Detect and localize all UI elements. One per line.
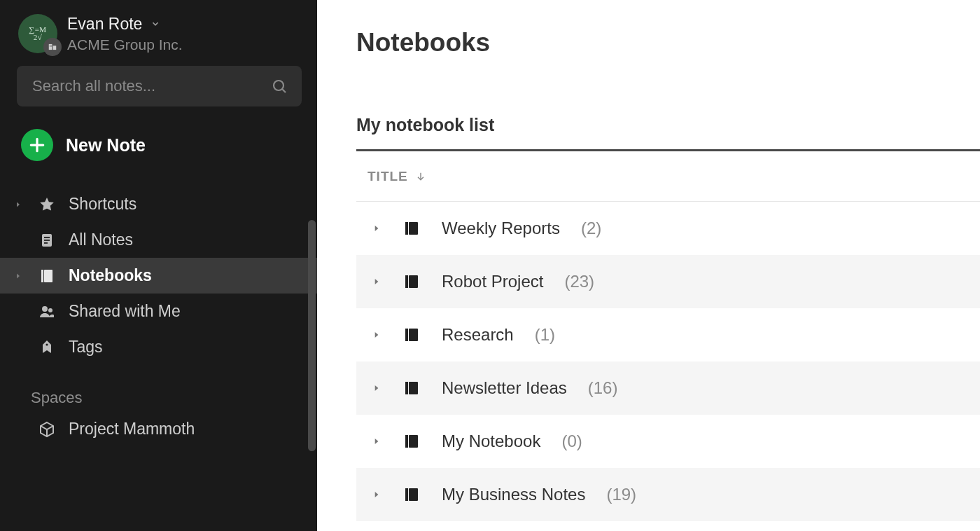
svg-rect-20 xyxy=(409,435,418,448)
column-header-label: TITLE xyxy=(368,169,408,184)
org-name: ACME Group Inc. xyxy=(67,36,183,53)
caret-right-icon[interactable] xyxy=(372,383,382,393)
notebook-count: (2) xyxy=(581,219,601,238)
chevron-down-icon[interactable] xyxy=(150,19,160,29)
svg-rect-11 xyxy=(405,222,408,235)
sidebar: ∑=M2√ Evan Rote ACME Group Inc. xyxy=(0,0,317,531)
notebook-name: Robot Project xyxy=(442,272,543,291)
svg-rect-12 xyxy=(409,222,418,235)
search-icon[interactable] xyxy=(271,78,288,95)
sidebar-item-label: All Notes xyxy=(69,230,133,249)
svg-rect-21 xyxy=(405,488,408,501)
avatar[interactable]: ∑=M2√ xyxy=(18,14,57,53)
spaces-heading: Spaces xyxy=(0,365,317,411)
svg-rect-15 xyxy=(405,329,408,341)
svg-rect-18 xyxy=(409,382,418,394)
svg-rect-0 xyxy=(49,44,52,50)
svg-rect-22 xyxy=(409,488,418,501)
notebook-name: Weekly Reports xyxy=(442,219,560,238)
notebook-row[interactable]: Weekly Reports(2) xyxy=(356,202,980,255)
sidebar-item-label: Tags xyxy=(69,338,103,357)
sidebar-item-label: Shared with Me xyxy=(69,302,181,321)
caret-right-icon xyxy=(11,200,25,209)
list-heading: My notebook list xyxy=(356,115,980,149)
notebook-count: (16) xyxy=(588,378,618,398)
main: Notebooks My notebook list TITLE Weekly … xyxy=(317,0,980,531)
notebook-row[interactable]: Research(1) xyxy=(356,308,980,361)
svg-rect-16 xyxy=(409,329,418,341)
notebook-icon xyxy=(402,433,421,450)
sidebar-item-tags[interactable]: Tags xyxy=(0,329,317,365)
nav: ShortcutsAll NotesNotebooksShared with M… xyxy=(0,175,317,365)
sidebar-item-shared-with-me[interactable]: Shared with Me xyxy=(0,294,317,329)
caret-right-icon[interactable] xyxy=(372,436,382,446)
notebook-count: (19) xyxy=(606,485,636,504)
notebook-count: (0) xyxy=(561,432,582,451)
search-box xyxy=(17,66,302,106)
notebook-icon xyxy=(402,486,421,503)
new-note-label: New Note xyxy=(66,135,146,156)
svg-rect-4 xyxy=(50,46,50,47)
caret-right-icon[interactable] xyxy=(372,490,382,499)
notebook-row[interactable]: Robot Project(23) xyxy=(356,255,980,308)
notebook-icon xyxy=(402,326,421,343)
arrow-down-icon xyxy=(415,171,426,182)
svg-rect-2 xyxy=(50,45,50,46)
space-item-label: Project Mammoth xyxy=(69,420,195,439)
notebook-icon xyxy=(402,273,421,290)
notebook-list: Weekly Reports(2)Robot Project(23)Resear… xyxy=(356,202,980,521)
svg-rect-5 xyxy=(51,46,52,47)
space-item-project-mammoth[interactable]: Project Mammoth xyxy=(0,411,317,447)
svg-rect-3 xyxy=(51,45,52,46)
notebook-row[interactable]: My Business Notes(19) xyxy=(356,468,980,521)
svg-rect-13 xyxy=(405,275,408,288)
notebook-icon xyxy=(402,220,421,237)
notebook-row[interactable]: My Notebook(0) xyxy=(356,415,980,468)
caret-right-icon[interactable] xyxy=(372,277,382,287)
notebook-icon xyxy=(38,268,56,284)
caret-right-icon[interactable] xyxy=(372,330,382,340)
notebook-name: Newsletter Ideas xyxy=(442,378,567,398)
notebook-name: My Business Notes xyxy=(442,485,585,504)
notebook-icon xyxy=(402,380,421,396)
caret-right-icon xyxy=(11,272,25,280)
spaces-list: Project Mammoth xyxy=(0,411,317,447)
sidebar-item-label: Shortcuts xyxy=(69,195,136,214)
svg-rect-17 xyxy=(405,382,408,394)
new-note-button[interactable]: New Note xyxy=(0,119,317,175)
app-root: ∑=M2√ Evan Rote ACME Group Inc. xyxy=(0,0,980,531)
notebook-count: (1) xyxy=(535,325,555,345)
notebook-row[interactable]: Newsletter Ideas(16) xyxy=(356,361,980,415)
sidebar-item-all-notes[interactable]: All Notes xyxy=(0,222,317,258)
user-name: Evan Rote xyxy=(67,15,142,34)
cube-icon xyxy=(38,421,56,438)
page-title: Notebooks xyxy=(356,28,980,57)
sidebar-item-notebooks[interactable]: Notebooks xyxy=(0,258,317,294)
svg-rect-19 xyxy=(405,435,408,448)
notebook-name: My Notebook xyxy=(442,432,540,451)
org-badge-icon xyxy=(43,38,62,56)
search-input[interactable] xyxy=(17,66,302,106)
people-icon xyxy=(38,303,56,320)
note-icon xyxy=(38,232,56,249)
sidebar-item-shortcuts[interactable]: Shortcuts xyxy=(0,186,317,222)
svg-line-7 xyxy=(282,89,286,92)
tag-icon xyxy=(38,339,56,356)
user-block[interactable]: ∑=M2√ Evan Rote ACME Group Inc. xyxy=(0,0,317,66)
svg-rect-14 xyxy=(409,275,418,288)
notebook-count: (23) xyxy=(564,272,594,291)
caret-right-icon[interactable] xyxy=(372,223,382,233)
svg-rect-1 xyxy=(53,46,57,50)
svg-point-6 xyxy=(274,81,284,90)
plus-icon xyxy=(21,129,53,161)
scrollbar-thumb[interactable] xyxy=(308,220,316,451)
column-header-title[interactable]: TITLE xyxy=(356,151,980,202)
notebook-name: Research xyxy=(442,325,514,345)
sidebar-item-label: Notebooks xyxy=(69,266,152,285)
star-icon xyxy=(38,196,56,213)
